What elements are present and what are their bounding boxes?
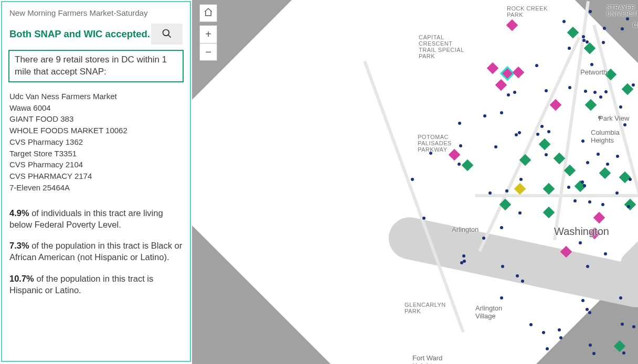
store-dot[interactable] — [458, 163, 461, 166]
store-dot[interactable] — [627, 205, 630, 208]
store-dot[interactable] — [494, 145, 497, 148]
store-dot[interactable] — [459, 144, 462, 147]
store-dot[interactable] — [500, 296, 503, 299]
market-marker[interactable] — [601, 169, 609, 177]
market-marker[interactable] — [615, 342, 624, 350]
zoom-in-button[interactable]: + — [199, 25, 217, 43]
store-dot[interactable] — [462, 254, 465, 258]
store-dot[interactable] — [581, 299, 584, 302]
store-dot[interactable] — [567, 186, 570, 189]
store-dot[interactable] — [632, 325, 635, 328]
store-dot[interactable] — [598, 116, 601, 119]
store-dot[interactable] — [619, 105, 622, 109]
store-dot[interactable] — [604, 90, 608, 93]
store-dot[interactable] — [599, 95, 602, 99]
store-dot[interactable] — [500, 226, 503, 229]
store-dot[interactable] — [463, 260, 466, 263]
market-marker[interactable] — [562, 248, 570, 256]
store-dot[interactable] — [584, 90, 587, 93]
store-dot[interactable] — [535, 64, 538, 67]
market-marker[interactable] — [587, 101, 595, 109]
market-marker[interactable] — [516, 185, 524, 193]
store-dot[interactable] — [581, 180, 584, 184]
market-marker[interactable] — [514, 68, 523, 77]
market-marker[interactable] — [621, 173, 629, 181]
store-dot[interactable] — [581, 140, 584, 143]
market-marker[interactable] — [595, 213, 603, 222]
store-dot[interactable] — [559, 336, 562, 339]
store-dot[interactable] — [513, 91, 516, 94]
store-dot[interactable] — [545, 89, 548, 92]
market-marker[interactable] — [488, 64, 497, 72]
store-dot[interactable] — [586, 265, 589, 268]
store-dot[interactable] — [593, 91, 597, 94]
store-dot[interactable] — [619, 296, 622, 299]
store-dot[interactable] — [615, 191, 619, 195]
store-dot[interactable] — [558, 328, 561, 331]
store-dot[interactable] — [583, 184, 586, 187]
store-dot[interactable] — [547, 130, 550, 133]
store-dot[interactable] — [429, 152, 432, 155]
market-marker[interactable] — [569, 28, 577, 37]
store-dot[interactable] — [592, 352, 596, 355]
store-dot[interactable] — [621, 323, 624, 326]
store-dot[interactable] — [616, 155, 619, 158]
store-dot[interactable] — [488, 191, 492, 195]
market-marker[interactable] — [521, 156, 529, 164]
store-dot[interactable] — [518, 211, 522, 215]
store-dot[interactable] — [589, 10, 592, 13]
store-dot[interactable] — [573, 199, 577, 202]
store-dot[interactable] — [521, 280, 524, 283]
market-marker[interactable] — [545, 208, 553, 217]
store-dot[interactable] — [604, 252, 607, 255]
home-button[interactable] — [199, 4, 217, 22]
store-dot[interactable] — [501, 265, 504, 268]
market-marker[interactable] — [607, 70, 615, 79]
store-dot[interactable] — [568, 47, 571, 50]
store-dot[interactable] — [542, 331, 545, 334]
store-dot[interactable] — [507, 93, 510, 97]
store-dot[interactable] — [601, 203, 604, 206]
store-dot[interactable] — [536, 133, 539, 136]
store-dot[interactable] — [586, 161, 589, 164]
store-dot[interactable] — [588, 311, 591, 314]
store-dot[interactable] — [519, 178, 523, 181]
market-marker[interactable] — [623, 85, 632, 93]
store-dot[interactable] — [582, 35, 585, 38]
store-dot[interactable] — [590, 63, 593, 66]
store-dot[interactable] — [546, 347, 549, 350]
store-dot[interactable] — [582, 39, 586, 42]
market-marker[interactable] — [586, 44, 594, 52]
market-marker[interactable] — [497, 81, 505, 89]
store-dot[interactable] — [602, 41, 605, 44]
store-dot[interactable] — [589, 344, 592, 347]
market-marker[interactable] — [545, 185, 553, 193]
store-dot[interactable] — [483, 114, 486, 117]
store-dot[interactable] — [606, 163, 609, 166]
market-marker[interactable] — [555, 154, 563, 163]
store-dot[interactable] — [529, 323, 533, 326]
store-dot[interactable] — [422, 217, 426, 220]
store-dot[interactable] — [562, 20, 566, 23]
store-dot[interactable] — [482, 237, 485, 240]
selected-market-marker[interactable] — [503, 69, 512, 78]
store-dot[interactable] — [622, 351, 625, 355]
market-marker[interactable] — [463, 161, 472, 169]
map-canvas[interactable]: + − ROCK CREEKPARKSTRAYERUNIVERSITYChill… — [192, 0, 638, 364]
store-dot[interactable] — [568, 86, 571, 89]
market-marker[interactable] — [551, 101, 560, 109]
store-dot[interactable] — [629, 178, 632, 181]
market-marker[interactable] — [540, 140, 549, 148]
store-dot[interactable] — [518, 131, 521, 134]
store-dot[interactable] — [603, 27, 606, 30]
store-dot[interactable] — [540, 125, 544, 128]
store-dot[interactable] — [586, 308, 589, 311]
store-dot[interactable] — [621, 27, 624, 30]
store-dot[interactable] — [411, 178, 414, 181]
store-dot[interactable] — [597, 153, 600, 156]
store-dot[interactable] — [588, 200, 591, 204]
search-button[interactable] — [151, 24, 183, 45]
market-marker[interactable] — [501, 200, 509, 209]
store-dot[interactable] — [516, 274, 519, 277]
market-marker[interactable] — [566, 166, 574, 175]
